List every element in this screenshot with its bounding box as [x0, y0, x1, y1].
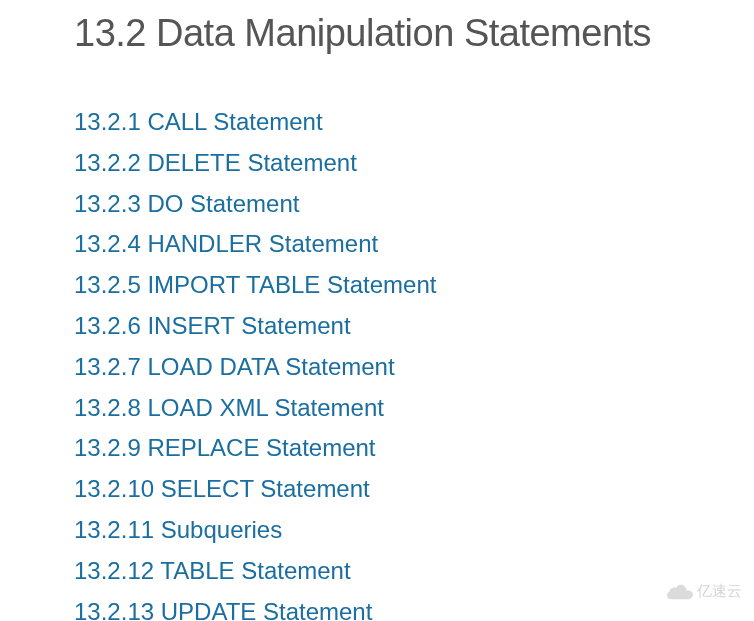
toc-link-select[interactable]: 13.2.10 SELECT Statement — [74, 475, 370, 502]
toc-item: 13.2.12 TABLE Statement — [74, 554, 754, 589]
watermark-text: 亿速云 — [697, 582, 742, 601]
toc-link-insert[interactable]: 13.2.6 INSERT Statement — [74, 312, 351, 339]
page-title: 13.2 Data Manipulation Statements — [0, 0, 754, 55]
toc-link-load-xml[interactable]: 13.2.8 LOAD XML Statement — [74, 394, 384, 421]
toc-item: 13.2.8 LOAD XML Statement — [74, 391, 754, 426]
toc-link-import-table[interactable]: 13.2.5 IMPORT TABLE Statement — [74, 271, 436, 298]
toc-item: 13.2.9 REPLACE Statement — [74, 431, 754, 466]
toc-item: 13.2.3 DO Statement — [74, 187, 754, 222]
toc-link-load-data[interactable]: 13.2.7 LOAD DATA Statement — [74, 353, 395, 380]
toc-link-subqueries[interactable]: 13.2.11 Subqueries — [74, 516, 282, 543]
toc-link-do[interactable]: 13.2.3 DO Statement — [74, 190, 299, 217]
toc-link-update[interactable]: 13.2.13 UPDATE Statement — [74, 598, 372, 621]
toc-item: 13.2.7 LOAD DATA Statement — [74, 350, 754, 385]
toc-link-replace[interactable]: 13.2.9 REPLACE Statement — [74, 434, 376, 461]
toc-item: 13.2.13 UPDATE Statement — [74, 595, 754, 621]
toc-item: 13.2.2 DELETE Statement — [74, 146, 754, 181]
cloud-icon — [667, 583, 693, 601]
toc-item: 13.2.4 HANDLER Statement — [74, 227, 754, 262]
toc-item: 13.2.11 Subqueries — [74, 513, 754, 548]
toc-item: 13.2.10 SELECT Statement — [74, 472, 754, 507]
toc-item: 13.2.1 CALL Statement — [74, 105, 754, 140]
watermark: 亿速云 — [667, 582, 742, 601]
toc-link-delete[interactable]: 13.2.2 DELETE Statement — [74, 149, 357, 176]
toc-item: 13.2.5 IMPORT TABLE Statement — [74, 268, 754, 303]
toc-link-handler[interactable]: 13.2.4 HANDLER Statement — [74, 230, 378, 257]
toc-link-table[interactable]: 13.2.12 TABLE Statement — [74, 557, 351, 584]
toc-item: 13.2.6 INSERT Statement — [74, 309, 754, 344]
toc-link-call[interactable]: 13.2.1 CALL Statement — [74, 108, 323, 135]
toc-list: 13.2.1 CALL Statement 13.2.2 DELETE Stat… — [0, 55, 754, 621]
